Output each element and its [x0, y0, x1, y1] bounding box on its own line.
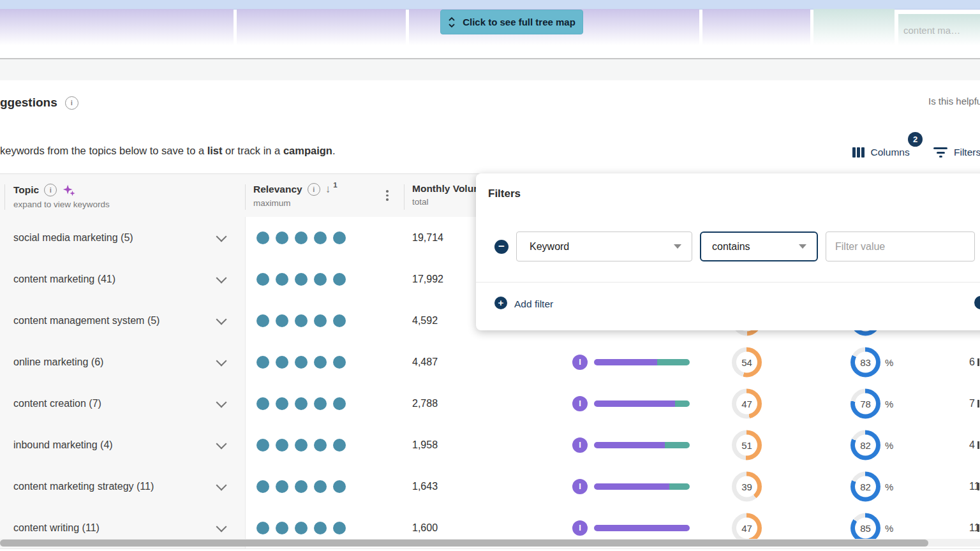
- extra-column-value: 6: [969, 356, 975, 368]
- clipped-digit: [977, 441, 979, 449]
- relevancy-header-subtitle: maximum: [253, 198, 340, 208]
- subtitle-text: keywords from the topics below to save t…: [0, 145, 207, 156]
- subtitle-text: or track in a: [223, 145, 283, 156]
- sort-descending-icon[interactable]: ↓: [325, 183, 331, 196]
- filters-panel-title: Filters: [488, 187, 521, 200]
- intent-badge: I: [572, 355, 588, 370]
- table-row: content creation (7) 2,788 I 47 78 % 7: [0, 383, 980, 425]
- topic-label: online marketing (6): [13, 356, 103, 368]
- extra-column-value: 4: [969, 439, 975, 451]
- topic-cell[interactable]: content creation (7): [0, 383, 246, 424]
- topic-label: content creation (7): [13, 398, 101, 409]
- columns-button[interactable]: Columns: [852, 147, 910, 158]
- clipped-panel-button[interactable]: [974, 296, 980, 309]
- horizontal-scrollbar-track[interactable]: [0, 539, 980, 547]
- info-icon[interactable]: i: [44, 184, 57, 196]
- treemap-cell[interactable]: [813, 9, 895, 48]
- difficulty-gauge: 47: [732, 513, 762, 543]
- relevancy-column-header[interactable]: Relevancy i ↓ 1 maximum: [253, 183, 340, 208]
- topic-cell[interactable]: inbound marketing (4): [0, 424, 246, 466]
- treemap-cell[interactable]: [237, 9, 406, 48]
- relevancy-dot: [276, 314, 288, 327]
- relevancy-dot: [276, 231, 288, 244]
- relevancy-dot: [314, 480, 327, 493]
- columns-button-label: Columns: [871, 147, 910, 158]
- horizontal-scrollbar-thumb[interactable]: [0, 540, 928, 547]
- relevancy-dot: [333, 314, 346, 327]
- relevancy-dots: [256, 480, 346, 493]
- relevancy-dot: [333, 356, 346, 369]
- relevancy-dot: [314, 397, 327, 410]
- intent-badge: I: [572, 520, 588, 536]
- filter-operator-select[interactable]: contains: [700, 231, 818, 261]
- remove-filter-button[interactable]: −: [494, 240, 509, 254]
- chevron-down-icon: [674, 244, 681, 249]
- filter-value-input[interactable]: [826, 231, 975, 261]
- chevron-down-icon[interactable]: [216, 314, 227, 325]
- relevancy-dot: [256, 231, 269, 244]
- filter-field-select[interactable]: Keyword: [516, 231, 692, 261]
- relevancy-dots: [256, 231, 346, 244]
- topic-cell[interactable]: content management system (5): [0, 300, 246, 341]
- divider: [245, 184, 246, 210]
- relevancy-dot: [295, 356, 308, 369]
- column-menu-icon[interactable]: [386, 190, 389, 201]
- divider: [4, 184, 5, 210]
- topic-label: inbound marketing (4): [13, 439, 113, 451]
- table-row: content marketing strategy (11) 1,643 I …: [0, 466, 980, 508]
- relevancy-dot: [295, 439, 308, 452]
- relevancy-dot: [333, 480, 346, 493]
- topic-column-header[interactable]: Topic i expand to view keywords: [13, 183, 110, 209]
- topic-cell[interactable]: online marketing (6): [0, 341, 246, 383]
- chevron-down-icon[interactable]: [216, 355, 227, 366]
- topic-cell[interactable]: content marketing strategy (11): [0, 466, 246, 507]
- chevron-down-icon[interactable]: [216, 438, 227, 449]
- topic-label: content writing (11): [13, 522, 100, 534]
- extra-column-value: 7: [969, 398, 975, 409]
- info-icon[interactable]: i: [308, 183, 320, 196]
- relevancy-dot: [256, 522, 269, 534]
- page-title: ggestions i: [0, 96, 78, 110]
- relevancy-dots: [256, 439, 346, 452]
- score-gauge: 78: [850, 388, 880, 418]
- app-window: content ma… Click to see full tree map g…: [0, 0, 980, 551]
- chevron-down-icon[interactable]: [216, 397, 227, 408]
- clipped-digit: [977, 358, 979, 366]
- chevron-down-icon[interactable]: [216, 521, 227, 532]
- monthly-volume-value: 4,487: [412, 356, 438, 368]
- relevancy-dot: [314, 522, 327, 534]
- intent-bar: [594, 442, 690, 448]
- add-filter-button[interactable]: +: [494, 297, 507, 309]
- chevron-down-icon[interactable]: [216, 272, 227, 283]
- columns-icon: [852, 147, 865, 158]
- expand-vertical-icon: [448, 16, 456, 29]
- relevancy-dot: [276, 397, 288, 410]
- treemap-cell[interactable]: [0, 9, 234, 48]
- sparkles-icon: [62, 183, 76, 197]
- filter-button[interactable]: Filters: [933, 147, 980, 158]
- relevancy-dot: [314, 314, 327, 327]
- percent-sign: %: [885, 398, 893, 409]
- treemap-cell-label: content ma…: [903, 25, 960, 36]
- chevron-down-icon[interactable]: [216, 231, 227, 242]
- add-filter-label[interactable]: Add filter: [514, 298, 553, 310]
- percent-sign: %: [885, 439, 893, 450]
- topic-cell[interactable]: content marketing (41): [0, 258, 246, 300]
- info-icon[interactable]: i: [65, 96, 78, 110]
- table-row: online marketing (6) 4,487 I 54 83 % 6: [0, 341, 980, 383]
- monthly-volume-value: 17,992: [412, 274, 443, 285]
- topic-cell[interactable]: social media marketing (5): [0, 217, 246, 258]
- relevancy-dots: [256, 314, 346, 327]
- topic-header-label: Topic: [13, 184, 39, 196]
- treemap-cell-content-marketing[interactable]: content ma…: [898, 14, 980, 48]
- topic-label: content marketing strategy (11): [13, 481, 154, 492]
- score-gauge: 82: [850, 471, 880, 501]
- chevron-down-icon[interactable]: [216, 480, 227, 490]
- clipped-digit: [977, 400, 979, 408]
- relevancy-dot: [256, 480, 269, 493]
- relevancy-dot: [295, 522, 308, 534]
- treemap-top-strip: [0, 0, 980, 10]
- treemap-cell[interactable]: [702, 9, 810, 48]
- monthly-volume-value: 2,788: [412, 398, 438, 409]
- full-tree-map-button[interactable]: Click to see full tree map: [440, 10, 583, 34]
